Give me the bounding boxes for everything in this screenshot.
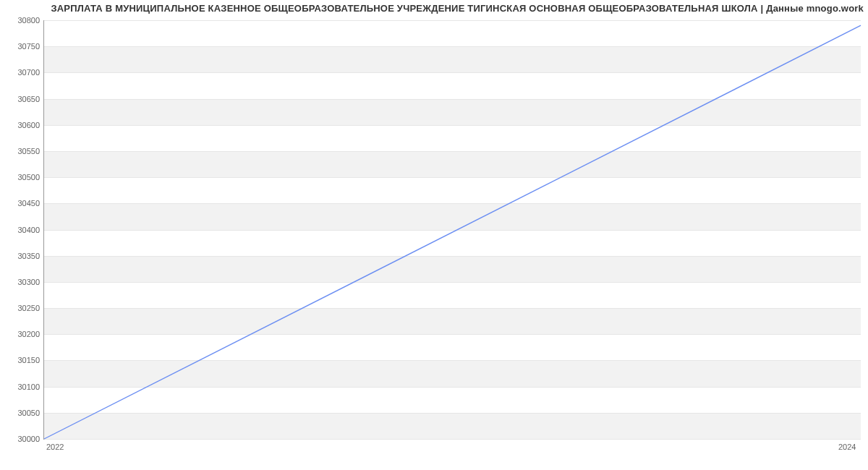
line-series (44, 20, 861, 439)
y-tick-label: 30750 (4, 42, 40, 51)
y-tick-label: 30050 (4, 409, 40, 417)
y-tick-label: 30800 (4, 16, 40, 25)
chart-container: ЗАРПЛАТА В МУНИЦИПАЛЬНОЕ КАЗЕННОЕ ОБЩЕОБ… (0, 0, 868, 470)
y-tick-label: 30350 (4, 252, 40, 260)
y-tick-label: 30300 (4, 278, 40, 286)
y-tick-label: 30600 (4, 121, 40, 129)
plot-area (43, 20, 861, 440)
y-tick-label: 30650 (4, 95, 40, 103)
y-tick-label: 30200 (4, 330, 40, 338)
y-tick-label: 30450 (4, 199, 40, 208)
y-tick-label: 30400 (4, 226, 40, 234)
y-tick-label: 30550 (4, 147, 40, 155)
y-tick-label: 30150 (4, 356, 40, 364)
y-tick-label: 30100 (4, 383, 40, 391)
y-tick-label: 30250 (4, 304, 40, 312)
chart-title: ЗАРПЛАТА В МУНИЦИПАЛЬНОЕ КАЗЕННОЕ ОБЩЕОБ… (0, 3, 864, 14)
y-tick-label: 30700 (4, 68, 40, 77)
series-line (44, 25, 861, 439)
y-tick-label: 30000 (4, 435, 40, 443)
x-tick-label: 2022 (46, 443, 64, 451)
x-tick-label: 2024 (838, 443, 856, 451)
gridline (44, 439, 861, 440)
y-tick-label: 30500 (4, 173, 40, 181)
